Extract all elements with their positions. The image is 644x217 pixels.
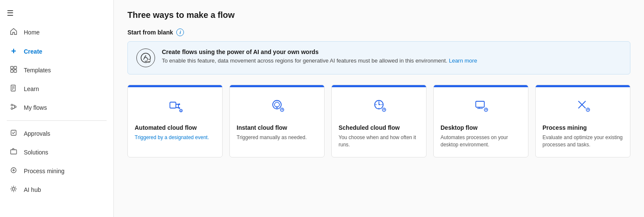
sidebar-item-templates-label: Templates (24, 67, 51, 74)
svg-rect-19 (170, 102, 176, 108)
approvals-icon (9, 129, 18, 138)
svg-point-16 (145, 55, 146, 56)
card-scheduled-title: Scheduled cloud flow (339, 124, 419, 131)
svg-rect-11 (11, 130, 16, 135)
card-automated-cloud-flow[interactable]: + Automated cloud flow Triggered by a de… (127, 85, 223, 157)
process-mining-card-icon: + (573, 95, 593, 119)
ai-banner-description: To enable this feature, data movement ac… (162, 57, 477, 65)
svg-text:+: + (180, 109, 182, 112)
learn-icon (9, 84, 18, 94)
card-scheduled-cloud-flow[interactable]: + Scheduled cloud flow You choose when a… (331, 85, 427, 157)
sidebar-item-process-mining-label: Process mining (24, 168, 65, 174)
my-flows-icon (9, 103, 18, 112)
sidebar-item-solutions[interactable]: Solutions (3, 143, 111, 161)
ai-banner-text: Create flows using the power of AI and y… (162, 49, 477, 65)
sidebar-item-ai-hub-label: AI hub (24, 186, 41, 193)
main-content: Three ways to make a flow Start from bla… (114, 0, 644, 217)
card-process-mining-desc: Evaluate and optimize your existing proc… (542, 134, 623, 148)
card-desktop-flow[interactable]: + Desktop flow Automates processes on yo… (433, 85, 528, 157)
automated-flow-icon: + (165, 95, 185, 119)
solutions-icon (9, 148, 18, 157)
ai-banner-title: Create flows using the power of AI and y… (162, 49, 477, 55)
sidebar-item-my-flows[interactable]: My flows (3, 99, 111, 117)
create-icon: + (9, 46, 18, 56)
flow-cards-container: + Automated cloud flow Triggered by a de… (127, 85, 630, 157)
svg-text:+: + (485, 108, 487, 112)
svg-rect-12 (11, 150, 17, 154)
svg-point-10 (11, 108, 13, 109)
card-desktop-desc: Automates processes on your desktop envi… (441, 134, 521, 148)
instant-flow-icon: + (267, 95, 287, 119)
nav-divider (7, 120, 107, 121)
hamburger-icon: ☰ (7, 9, 14, 18)
card-icon-area: + (542, 94, 623, 120)
desktop-flow-icon: + (471, 95, 491, 119)
sidebar-item-solutions-label: Solutions (24, 149, 48, 156)
svg-point-8 (11, 104, 13, 106)
card-scheduled-desc: You choose when and how often it runs. (339, 134, 419, 148)
svg-rect-1 (14, 66, 17, 69)
card-icon-area: + (441, 94, 521, 120)
svg-text:+: + (587, 108, 589, 112)
page-title: Three ways to make a flow (127, 10, 630, 20)
scheduled-flow-icon: + (369, 95, 389, 119)
sidebar-item-create-label: Create (24, 48, 42, 55)
home-icon (9, 28, 18, 37)
ai-banner-learn-more-link[interactable]: Learn more (449, 57, 477, 64)
card-process-mining-title: Process mining (542, 124, 623, 131)
svg-point-20 (178, 107, 180, 109)
hamburger-button[interactable]: ☰ (0, 3, 113, 23)
svg-rect-0 (11, 66, 13, 69)
card-icon-area: + (135, 94, 215, 120)
sidebar-item-home-label: Home (24, 29, 40, 36)
card-automated-desc: Triggered by a designated event. (135, 134, 215, 141)
sidebar: ☰ Home + Create Templates Learn My flows (0, 0, 114, 217)
card-desktop-title: Desktop flow (441, 124, 521, 131)
svg-rect-2 (11, 70, 13, 72)
sidebar-item-learn[interactable]: Learn (3, 80, 111, 98)
card-instant-title: Instant cloud flow (237, 124, 317, 131)
svg-rect-30 (476, 101, 484, 107)
ai-banner: ✦ Create flows using the power of AI and… (127, 41, 630, 74)
card-icon-area: + (237, 94, 317, 120)
sidebar-item-ai-hub[interactable]: AI hub (3, 181, 111, 199)
sidebar-item-create[interactable]: + Create (3, 42, 111, 60)
svg-point-14 (12, 188, 15, 190)
card-instant-cloud-flow[interactable]: + Instant cloud flow Triggered manually … (229, 85, 325, 157)
card-instant-desc: Triggered manually as needed. (237, 134, 317, 141)
sidebar-item-home[interactable]: Home (3, 23, 111, 41)
sidebar-item-process-mining[interactable]: Process mining (3, 162, 111, 180)
card-process-mining[interactable]: + Process mining Evaluate and optimize y… (535, 85, 630, 157)
svg-text:+: + (281, 108, 283, 112)
svg-rect-3 (14, 70, 17, 72)
card-automated-title: Automated cloud flow (135, 124, 215, 131)
sidebar-item-learn-label: Learn (24, 86, 39, 92)
sidebar-item-approvals-label: Approvals (24, 130, 50, 137)
svg-text:+: + (383, 108, 385, 112)
sidebar-item-approvals[interactable]: Approvals (3, 125, 111, 143)
ai-hub-icon (9, 185, 18, 194)
sidebar-item-templates[interactable]: Templates (3, 61, 111, 79)
ai-banner-icon: ✦ (136, 49, 155, 67)
svg-point-21 (178, 103, 180, 105)
sidebar-item-my-flows-label: My flows (24, 104, 47, 111)
process-mining-icon (9, 166, 18, 176)
templates-icon (9, 66, 18, 75)
section-title: Start from blank i (127, 29, 630, 36)
card-icon-area: + (339, 94, 419, 120)
svg-text:✦: ✦ (148, 60, 150, 63)
section-title-text: Start from blank (127, 29, 173, 36)
info-icon[interactable]: i (176, 29, 184, 36)
